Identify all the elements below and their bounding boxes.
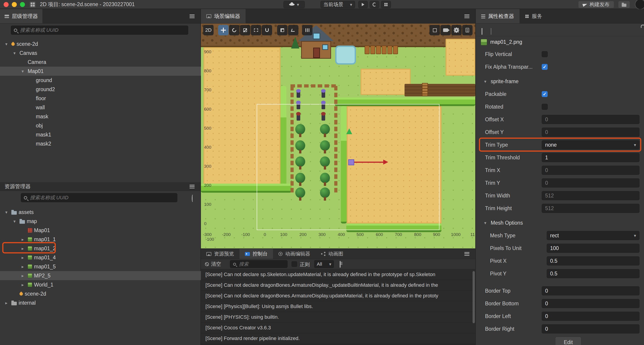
edit-button[interactable]: Edit xyxy=(555,337,582,345)
open-folder-button[interactable] xyxy=(618,1,630,8)
rect-tool-button[interactable] xyxy=(251,25,261,35)
tree-row[interactable]: ▸ World_1 xyxy=(0,280,201,289)
back-button[interactable] xyxy=(482,28,482,34)
tree-row[interactable]: ▾ scene-2d xyxy=(0,39,201,48)
trim-y-input[interactable]: 0 xyxy=(542,178,640,187)
chevron-right-icon[interactable]: ▸ xyxy=(20,264,26,269)
scene-selector[interactable]: 当前场景 ▾ xyxy=(320,1,355,8)
play-button[interactable] xyxy=(358,1,368,8)
border-bottom-input[interactable]: 0 xyxy=(542,299,640,308)
log-filter-select[interactable]: All ▾ xyxy=(314,260,334,268)
anchor-tool-button[interactable] xyxy=(262,25,272,35)
trim-x-input[interactable]: 0 xyxy=(542,166,640,175)
platform-selector[interactable]: ▾ xyxy=(284,1,305,8)
tree-row[interactable]: ▾ map xyxy=(0,217,201,226)
mode-2d-button[interactable]: 2D xyxy=(203,25,214,35)
scene-menu-icon[interactable] xyxy=(464,14,470,18)
open-preview-button[interactable] xyxy=(462,25,472,35)
tab-console[interactable]: 控制台 xyxy=(240,249,273,259)
fix-alpha-checkbox[interactable] xyxy=(542,64,548,70)
chevron-right-icon[interactable]: ▸ xyxy=(20,246,26,251)
step-button[interactable] xyxy=(381,1,391,8)
chevron-right-icon[interactable]: ▸ xyxy=(20,255,26,260)
tree-row[interactable]: ▸ map01_1 xyxy=(0,235,201,244)
move-gizmo-origin[interactable] xyxy=(348,159,354,165)
maximize-window-button[interactable] xyxy=(20,2,25,7)
hierarchy-menu-icon[interactable] xyxy=(190,14,194,18)
tree-row-map01-2[interactable]: ▸ map01_2 xyxy=(0,244,201,253)
anchor-gizmo[interactable] xyxy=(346,128,352,134)
chevron-right-icon[interactable]: ▸ xyxy=(3,300,10,306)
offset-x-input[interactable]: 0 xyxy=(542,115,640,124)
trim-width-input[interactable]: 512 xyxy=(542,191,640,200)
section-sprite-frame[interactable]: ▾ sprite-frame xyxy=(476,75,644,88)
tab-services[interactable]: 服务 xyxy=(520,9,548,23)
section-mesh-options[interactable]: ▾ Mesh Options xyxy=(476,217,644,229)
chevron-down-icon[interactable]: ▾ xyxy=(3,41,10,47)
tree-row[interactable]: ▸ internal xyxy=(0,298,201,307)
log-row[interactable]: [Scene] Forward render pipeline initiali… xyxy=(201,333,475,344)
border-left-input[interactable]: 0 xyxy=(542,312,640,321)
refresh-button[interactable] xyxy=(370,1,379,8)
user-avatar[interactable] xyxy=(635,0,644,9)
chevron-down-icon[interactable]: ▾ xyxy=(11,50,18,56)
tab-asset-preview[interactable]: 资源预览 xyxy=(201,249,240,259)
chevron-down-icon[interactable]: ▾ xyxy=(482,220,488,226)
mesh-type-select[interactable]: rect ▾ xyxy=(547,231,640,240)
log-row[interactable]: [Scene] Cocos Creator v3.6.3 xyxy=(201,323,475,333)
assets-menu-icon[interactable] xyxy=(190,185,194,188)
tree-row-selected[interactable]: ▸ MP2_5 xyxy=(0,271,201,280)
log-detail-button[interactable] xyxy=(340,261,340,268)
chevron-down-icon[interactable]: ▾ xyxy=(482,79,488,84)
rotation-mode-button[interactable] xyxy=(288,25,298,35)
scene-viewport[interactable]: 900 800 700 600 500 400 300 200 100 0 -1… xyxy=(201,23,475,248)
tree-row[interactable]: ▸ map01_5 xyxy=(0,262,201,271)
clear-console-button[interactable]: 清空 xyxy=(205,261,221,268)
regex-checkbox[interactable] xyxy=(292,261,297,267)
rotate-tool-button[interactable] xyxy=(229,25,240,35)
tree-row[interactable]: mask2 xyxy=(0,139,201,148)
border-right-input[interactable]: 0 xyxy=(542,324,640,334)
packable-checkbox[interactable] xyxy=(542,91,548,97)
pixels-to-unit-input[interactable]: 100 xyxy=(547,244,640,253)
chevron-right-icon[interactable]: ▸ xyxy=(20,282,26,288)
console-search-input[interactable]: 搜索 xyxy=(230,260,288,268)
tree-row[interactable]: scene-2d xyxy=(0,289,201,298)
tree-row[interactable]: ground2 xyxy=(0,85,201,94)
pivot-x-input[interactable]: 0.5 xyxy=(547,256,640,266)
hierarchy-search-input[interactable]: 搜索名称或 UUID xyxy=(11,26,188,35)
log-row[interactable]: [Scene] Can not declare sp.Skeleton.upda… xyxy=(201,269,475,280)
rotated-checkbox[interactable] xyxy=(542,104,548,110)
assets-search-input[interactable]: 搜索名称或 UUID xyxy=(21,193,177,202)
tab-hierarchy[interactable]: 层级管理器 xyxy=(0,9,42,23)
console-log-list[interactable]: [Scene] Can not declare sp.Skeleton.upda… xyxy=(201,269,475,345)
gizmo-toggle-button[interactable] xyxy=(430,25,440,35)
minimize-window-button[interactable] xyxy=(12,2,17,7)
log-row[interactable]: [Scene] [Physics][Bullet]: Using asmjs B… xyxy=(201,301,475,312)
camera-settings-button[interactable] xyxy=(440,25,451,35)
flip-vertical-checkbox[interactable] xyxy=(542,51,548,57)
log-row[interactable]: [Scene] Can not declare dragonBones.Arma… xyxy=(201,280,475,291)
chevron-right-icon[interactable]: ▸ xyxy=(20,237,26,242)
tab-animation-graph[interactable]: 动画图 xyxy=(316,249,349,259)
scene-settings-button[interactable] xyxy=(451,25,462,35)
assets-refresh-button[interactable] xyxy=(192,195,193,202)
forward-button[interactable] xyxy=(491,28,492,34)
trim-height-input[interactable]: 512 xyxy=(542,204,640,213)
border-top-input[interactable]: 0 xyxy=(542,286,640,295)
move-gizmo-x-axis[interactable] xyxy=(354,162,384,163)
build-publish-button[interactable]: 构建发布 xyxy=(578,1,614,8)
move-gizmo-arrowhead[interactable] xyxy=(383,160,388,165)
tree-row[interactable]: ▾ assets xyxy=(0,208,201,217)
tree-row[interactable]: floor xyxy=(0,94,201,103)
tree-row[interactable]: ground xyxy=(0,76,201,85)
tree-row[interactable]: wall xyxy=(0,103,201,112)
trim-threshold-input[interactable]: 1 xyxy=(542,153,640,162)
tree-row[interactable]: Camera xyxy=(0,57,201,67)
console-scrollbar[interactable] xyxy=(472,271,475,323)
pivot-corner-button[interactable] xyxy=(277,25,288,35)
tree-row-selected[interactable]: ▾ Map01 xyxy=(0,67,201,76)
stats-button[interactable] xyxy=(302,25,312,35)
console-menu-icon[interactable] xyxy=(464,252,470,256)
tab-inspector[interactable]: 属性检查器 xyxy=(476,9,520,23)
